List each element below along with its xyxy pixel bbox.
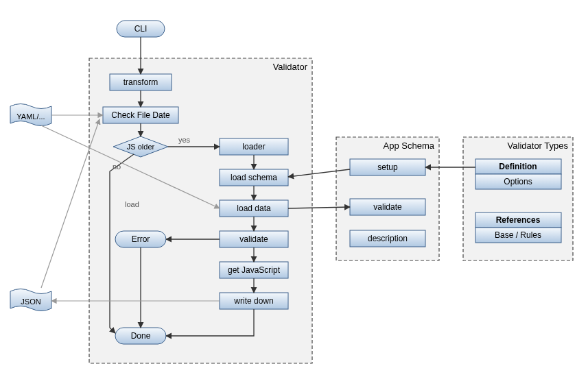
edge-label-load: load xyxy=(125,200,139,208)
node-transform-label: transform xyxy=(124,77,158,87)
node-load-schema-label: load schema xyxy=(231,173,277,182)
node-loader-label: loader xyxy=(242,142,265,151)
doc-json-label: JSON xyxy=(21,297,40,306)
node-check-file-date-label: Check File Date xyxy=(111,110,170,120)
doc-yaml-label: YAML/... xyxy=(16,112,45,121)
node-cli-label: CLI xyxy=(134,24,148,34)
edge-label-no: no xyxy=(113,162,121,171)
node-js-older-label: JS older xyxy=(127,143,155,151)
node-description-label: description xyxy=(368,234,408,243)
vt-baserules-label: Base / Rules xyxy=(495,230,541,240)
node-get-js-label: get JavaScript xyxy=(228,265,281,275)
app-schema-group-title: App Schema xyxy=(384,141,435,151)
vt-options-label: Options xyxy=(504,177,532,186)
diagram-canvas: Validator App Schema Validator Types CLI… xyxy=(0,0,588,377)
validator-group-title: Validator xyxy=(273,62,308,72)
node-write-down-label: write down xyxy=(233,296,273,306)
node-load-data-label: load data xyxy=(237,204,271,213)
vt-definition-group: Definition Options xyxy=(475,159,561,189)
node-error-label: Error xyxy=(132,234,150,244)
node-done-label: Done xyxy=(131,331,151,341)
vt-definition-label: Definition xyxy=(499,162,537,171)
vt-references-label: References xyxy=(496,215,541,225)
edge-label-yes: yes xyxy=(178,136,191,144)
node-as-validate-label: validate xyxy=(373,202,402,212)
validator-types-group-title: Validator Types xyxy=(508,141,569,151)
node-setup-label: setup xyxy=(377,162,398,172)
vt-references-group: References Base / Rules xyxy=(475,212,561,243)
node-validate-label: validate xyxy=(239,234,268,244)
